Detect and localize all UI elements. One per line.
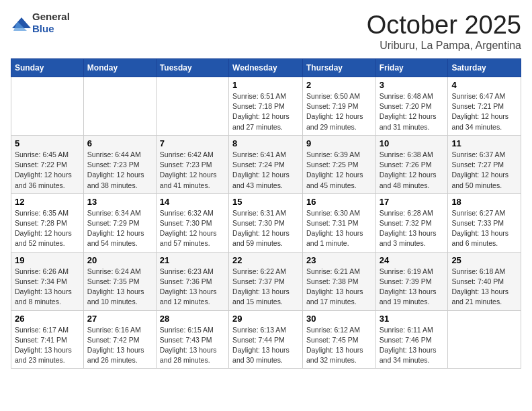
calendar-cell: [448, 310, 521, 369]
calendar-cell: 30Sunrise: 6:12 AMSunset: 7:45 PMDayligh…: [302, 310, 375, 369]
day-info: Sunrise: 6:15 AMSunset: 7:43 PMDaylight:…: [160, 325, 225, 366]
calendar-cell: 29Sunrise: 6:13 AMSunset: 7:44 PMDayligh…: [229, 310, 303, 369]
day-number: 27: [87, 314, 152, 324]
day-info: Sunrise: 6:17 AMSunset: 7:41 PMDaylight:…: [15, 325, 80, 366]
calendar-cell: 11Sunrise: 6:37 AMSunset: 7:27 PMDayligh…: [448, 135, 521, 193]
calendar-cell: 24Sunrise: 6:19 AMSunset: 7:39 PMDayligh…: [375, 252, 448, 310]
day-info: Sunrise: 6:37 AMSunset: 7:27 PMDaylight:…: [451, 150, 517, 191]
calendar-cell: 15Sunrise: 6:31 AMSunset: 7:30 PMDayligh…: [229, 193, 303, 252]
calendar-cell: 5Sunrise: 6:45 AMSunset: 7:22 PMDaylight…: [11, 135, 84, 193]
month-title: October 2025: [367, 11, 521, 40]
calendar-cell: 13Sunrise: 6:34 AMSunset: 7:29 PMDayligh…: [83, 193, 156, 252]
day-info: Sunrise: 6:31 AMSunset: 7:30 PMDaylight:…: [232, 208, 299, 249]
day-number: 22: [232, 255, 299, 265]
day-number: 6: [87, 138, 152, 148]
day-number: 30: [306, 314, 372, 324]
day-info: Sunrise: 6:39 AMSunset: 7:25 PMDaylight:…: [306, 150, 372, 191]
day-info: Sunrise: 6:32 AMSunset: 7:30 PMDaylight:…: [160, 208, 225, 249]
day-number: 3: [380, 80, 445, 90]
day-number: 31: [380, 314, 445, 324]
day-info: Sunrise: 6:42 AMSunset: 7:23 PMDaylight:…: [160, 150, 225, 191]
day-info: Sunrise: 6:47 AMSunset: 7:21 PMDaylight:…: [451, 91, 517, 132]
day-info: Sunrise: 6:44 AMSunset: 7:23 PMDaylight:…: [87, 150, 152, 191]
calendar-cell: 14Sunrise: 6:32 AMSunset: 7:30 PMDayligh…: [156, 193, 228, 252]
col-header-thursday: Thursday: [302, 59, 375, 77]
day-number: 14: [160, 197, 225, 207]
day-info: Sunrise: 6:12 AMSunset: 7:45 PMDaylight:…: [306, 325, 372, 366]
day-info: Sunrise: 6:21 AMSunset: 7:38 PMDaylight:…: [306, 267, 372, 308]
day-number: 15: [232, 197, 299, 207]
day-info: Sunrise: 6:23 AMSunset: 7:36 PMDaylight:…: [160, 267, 225, 308]
calendar-table: SundayMondayTuesdayWednesdayThursdayFrid…: [11, 58, 521, 369]
calendar-cell: 28Sunrise: 6:15 AMSunset: 7:43 PMDayligh…: [156, 310, 228, 369]
day-number: 10: [380, 138, 445, 148]
calendar-cell: 18Sunrise: 6:27 AMSunset: 7:33 PMDayligh…: [448, 193, 521, 252]
calendar-cell: 19Sunrise: 6:26 AMSunset: 7:34 PMDayligh…: [11, 252, 84, 310]
calendar-cell: 4Sunrise: 6:47 AMSunset: 7:21 PMDaylight…: [448, 77, 521, 136]
col-header-friday: Friday: [375, 59, 448, 77]
day-info: Sunrise: 6:26 AMSunset: 7:34 PMDaylight:…: [15, 267, 80, 308]
calendar-cell: 7Sunrise: 6:42 AMSunset: 7:23 PMDaylight…: [156, 135, 228, 193]
day-number: 11: [451, 138, 517, 148]
day-info: Sunrise: 6:34 AMSunset: 7:29 PMDaylight:…: [87, 208, 152, 249]
week-row-4: 19Sunrise: 6:26 AMSunset: 7:34 PMDayligh…: [11, 252, 521, 310]
calendar-cell: [156, 77, 228, 136]
day-info: Sunrise: 6:45 AMSunset: 7:22 PMDaylight:…: [15, 150, 80, 191]
day-number: 5: [15, 138, 80, 148]
calendar-cell: 3Sunrise: 6:48 AMSunset: 7:20 PMDaylight…: [375, 77, 448, 136]
day-number: 13: [87, 197, 152, 207]
day-number: 25: [451, 255, 517, 265]
day-info: Sunrise: 6:27 AMSunset: 7:33 PMDaylight:…: [451, 208, 517, 249]
week-row-3: 12Sunrise: 6:35 AMSunset: 7:28 PMDayligh…: [11, 193, 521, 252]
day-info: Sunrise: 6:38 AMSunset: 7:26 PMDaylight:…: [380, 150, 445, 191]
day-number: 7: [160, 138, 225, 148]
day-number: 21: [160, 255, 225, 265]
calendar-cell: 2Sunrise: 6:50 AMSunset: 7:19 PMDaylight…: [302, 77, 375, 136]
calendar-cell: 16Sunrise: 6:30 AMSunset: 7:31 PMDayligh…: [302, 193, 375, 252]
logo-icon: [11, 16, 30, 30]
logo: General Blue: [11, 11, 70, 35]
calendar-cell: 27Sunrise: 6:16 AMSunset: 7:42 PMDayligh…: [83, 310, 156, 369]
title-block: October 2025 Uriburu, La Pampa, Argentin…: [367, 11, 521, 52]
day-number: 19: [15, 255, 80, 265]
calendar-cell: 6Sunrise: 6:44 AMSunset: 7:23 PMDaylight…: [83, 135, 156, 193]
week-row-1: 1Sunrise: 6:51 AMSunset: 7:18 PMDaylight…: [11, 77, 521, 136]
logo-text: General Blue: [32, 11, 70, 35]
day-info: Sunrise: 6:22 AMSunset: 7:37 PMDaylight:…: [232, 267, 299, 308]
page-header: General Blue October 2025 Uriburu, La Pa…: [11, 11, 521, 52]
day-number: 24: [380, 255, 445, 265]
calendar-cell: 23Sunrise: 6:21 AMSunset: 7:38 PMDayligh…: [302, 252, 375, 310]
col-header-saturday: Saturday: [448, 59, 521, 77]
day-number: 12: [15, 197, 80, 207]
day-number: 1: [232, 80, 299, 90]
day-number: 2: [306, 80, 372, 90]
col-header-wednesday: Wednesday: [229, 59, 303, 77]
day-number: 28: [160, 314, 225, 324]
day-info: Sunrise: 6:28 AMSunset: 7:32 PMDaylight:…: [380, 208, 445, 249]
calendar-cell: 12Sunrise: 6:35 AMSunset: 7:28 PMDayligh…: [11, 193, 84, 252]
day-info: Sunrise: 6:18 AMSunset: 7:40 PMDaylight:…: [451, 267, 517, 308]
day-number: 17: [380, 197, 445, 207]
day-info: Sunrise: 6:41 AMSunset: 7:24 PMDaylight:…: [232, 150, 299, 191]
calendar-cell: 8Sunrise: 6:41 AMSunset: 7:24 PMDaylight…: [229, 135, 303, 193]
day-info: Sunrise: 6:16 AMSunset: 7:42 PMDaylight:…: [87, 325, 152, 366]
day-info: Sunrise: 6:51 AMSunset: 7:18 PMDaylight:…: [232, 91, 299, 132]
day-number: 26: [15, 314, 80, 324]
location: Uriburu, La Pampa, Argentina: [367, 40, 521, 52]
calendar-cell: 9Sunrise: 6:39 AMSunset: 7:25 PMDaylight…: [302, 135, 375, 193]
calendar-cell: 26Sunrise: 6:17 AMSunset: 7:41 PMDayligh…: [11, 310, 84, 369]
calendar-cell: 25Sunrise: 6:18 AMSunset: 7:40 PMDayligh…: [448, 252, 521, 310]
day-info: Sunrise: 6:13 AMSunset: 7:44 PMDaylight:…: [232, 325, 299, 366]
calendar-cell: [11, 77, 84, 136]
day-info: Sunrise: 6:11 AMSunset: 7:46 PMDaylight:…: [380, 325, 445, 366]
calendar-cell: 31Sunrise: 6:11 AMSunset: 7:46 PMDayligh…: [375, 310, 448, 369]
calendar-cell: 10Sunrise: 6:38 AMSunset: 7:26 PMDayligh…: [375, 135, 448, 193]
header-row: SundayMondayTuesdayWednesdayThursdayFrid…: [11, 59, 521, 77]
calendar-cell: [83, 77, 156, 136]
day-info: Sunrise: 6:30 AMSunset: 7:31 PMDaylight:…: [306, 208, 372, 249]
day-number: 9: [306, 138, 372, 148]
calendar-cell: 20Sunrise: 6:24 AMSunset: 7:35 PMDayligh…: [83, 252, 156, 310]
calendar-cell: 1Sunrise: 6:51 AMSunset: 7:18 PMDaylight…: [229, 77, 303, 136]
col-header-monday: Monday: [83, 59, 156, 77]
day-info: Sunrise: 6:48 AMSunset: 7:20 PMDaylight:…: [380, 91, 445, 132]
